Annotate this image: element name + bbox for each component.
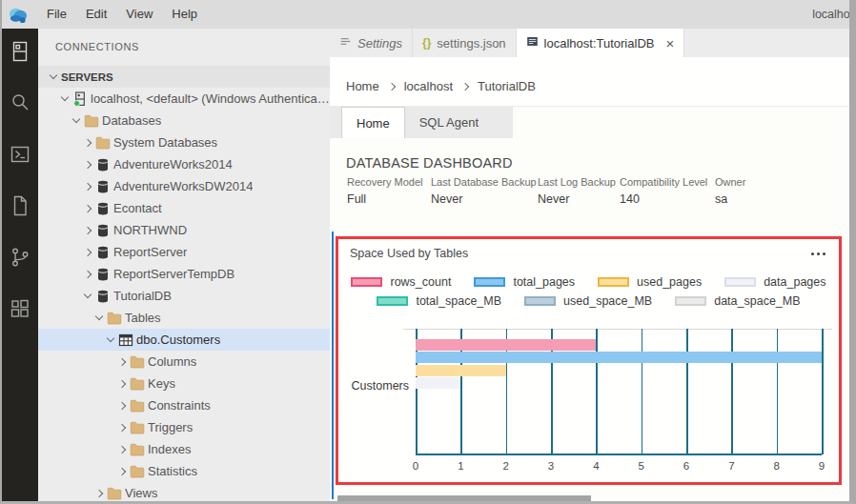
legend-item-total_pages[interactable]: total_pages [474, 275, 575, 289]
gridline [686, 329, 688, 454]
database-icon [95, 245, 113, 260]
chevron-right-icon [387, 82, 395, 90]
x-tick-label: 3 [540, 460, 561, 472]
chevron-right-icon [118, 467, 126, 474]
x-tick-label: 4 [585, 460, 606, 472]
database-icon [95, 157, 113, 172]
database-icon [95, 223, 113, 238]
property-value: Never [538, 192, 620, 206]
focus-indicator-line [332, 232, 334, 499]
tree-item[interactable]: AdventureWorksDW2014 [38, 175, 330, 197]
activitybar-file-icon[interactable] [2, 194, 38, 219]
property-label: Owner [715, 176, 791, 188]
chevron-right-icon [84, 270, 92, 277]
x-tick-label: 6 [676, 460, 697, 472]
x-tick-label: 7 [721, 460, 742, 472]
legend-item-rows_count[interactable]: rows_count [351, 275, 451, 289]
tree-item[interactable]: System Databases [38, 131, 330, 153]
legend-label: total_pages [513, 275, 575, 289]
tree-item[interactable]: dbo.Customers [38, 329, 330, 351]
legend-label: rows_count [390, 275, 451, 289]
folder-icon [84, 113, 102, 129]
menu-item-edit[interactable]: Edit [76, 0, 116, 29]
tree-item[interactable]: Indexes [38, 438, 330, 460]
tree-item[interactable]: ReportServer [38, 241, 330, 263]
tree-item[interactable]: NORTHWND [38, 219, 330, 241]
tree-item[interactable]: Tables [38, 307, 330, 329]
tab-localhost-tutorialdb[interactable]: localhost:TutorialDB× [517, 29, 685, 57]
x-tick-label: 1 [450, 460, 471, 472]
tree-item[interactable]: localhost, <default> (Windows Authentica… [38, 88, 330, 110]
terminal-icon [9, 143, 31, 168]
legend-item-total_space_MB[interactable]: total_space_MB [377, 294, 501, 308]
chevron-right-icon [84, 204, 92, 212]
settings-icon [339, 35, 352, 50]
legend-label: used_pages [637, 275, 702, 289]
ellipsis-menu-icon[interactable] [809, 249, 827, 259]
title-bar: FileEditViewHelp localhos [0, 0, 856, 29]
chevron-down-icon [95, 312, 103, 320]
tree-item[interactable]: Statistics [38, 460, 330, 482]
activitybar-connections-icon[interactable] [2, 40, 38, 65]
tree-item[interactable]: AdventureWorks2014 [38, 153, 330, 175]
tree-item[interactable]: ReportServerTempDB [38, 263, 330, 285]
legend-item-data_space_MB[interactable]: data_space_MB [675, 294, 800, 308]
chevron-right-icon [118, 357, 126, 365]
chevron-right-icon [84, 160, 92, 168]
activitybar-search-icon[interactable] [2, 91, 38, 116]
chevron-down-icon [107, 334, 114, 342]
horizontal-scrollbar-thumb[interactable] [337, 495, 591, 501]
tree-item-label: Indexes [148, 442, 192, 456]
breadcrumb-item-localhost[interactable]: localhost [404, 79, 453, 93]
folder-icon [107, 311, 125, 326]
chevron-down-icon [61, 93, 69, 101]
legend-item-data_pages[interactable]: data_pages [724, 275, 825, 289]
server-icon [72, 91, 91, 107]
tree-item-label: Tables [125, 311, 161, 325]
search-icon [9, 91, 31, 116]
folder-icon [130, 354, 148, 370]
property-label: Compatibility Level [620, 176, 715, 188]
legend-item-used_pages[interactable]: used_pages [598, 275, 702, 289]
activitybar-extensions-icon[interactable] [2, 297, 38, 322]
menu-item-file[interactable]: File [37, 0, 76, 29]
x-tick-label: 9 [811, 460, 832, 472]
tree-item-label: Columns [148, 354, 196, 369]
property-compatibility-level: Compatibility Level140 [620, 176, 715, 206]
tree-item[interactable]: Econtact [38, 197, 330, 219]
dashboard-icon [526, 35, 539, 50]
property-last-database-backup: Last Database BackupNever [431, 176, 538, 206]
tab-settings[interactable]: Settings [330, 29, 413, 57]
close-icon[interactable]: × [665, 36, 674, 50]
tree-item-label: Views [125, 486, 157, 500]
breadcrumb-item-tutorialdb[interactable]: TutorialDB [478, 79, 536, 93]
tree-item-label: AdventureWorks2014 [113, 157, 233, 171]
servers-tree: SERVERSlocalhost, <default> (Windows Aut… [38, 66, 330, 501]
tree-item-label: Econtact [113, 201, 162, 215]
menu-item-view[interactable]: View [116, 0, 162, 29]
breadcrumb-item-home[interactable]: Home [346, 79, 379, 93]
legend-item-used_space_MB[interactable]: used_space_MB [524, 294, 652, 308]
menu-item-help[interactable]: Help [162, 0, 207, 29]
tab-settings-json[interactable]: {}settings.json [413, 29, 517, 57]
tree-item[interactable]: Databases [38, 110, 330, 131]
tree-section-servers[interactable]: SERVERS [38, 66, 330, 88]
x-axis [416, 454, 822, 455]
tab-label: localhost:TutorialDB [544, 36, 655, 50]
tree-item[interactable]: Triggers [38, 416, 330, 438]
tree-item[interactable]: TutorialDB [38, 285, 330, 307]
tree-item[interactable]: Constraints [38, 394, 330, 416]
folder-icon [130, 442, 148, 457]
tree-item[interactable]: Columns [38, 351, 330, 373]
x-tick-label: 5 [631, 460, 652, 472]
legend-label: used_space_MB [563, 294, 652, 308]
tab-sql-agent[interactable]: SQL Agent [405, 107, 493, 138]
tree-item-label: Keys [148, 376, 175, 391]
tree-item[interactable]: Keys [38, 373, 330, 394]
activitybar-terminal-icon[interactable] [2, 143, 38, 168]
tree-item-label: Statistics [148, 464, 197, 478]
tab-home[interactable]: Home [341, 107, 405, 138]
gridline [596, 329, 598, 454]
activitybar-source-control-icon[interactable] [2, 246, 38, 271]
tree-item[interactable]: Views [38, 482, 330, 501]
